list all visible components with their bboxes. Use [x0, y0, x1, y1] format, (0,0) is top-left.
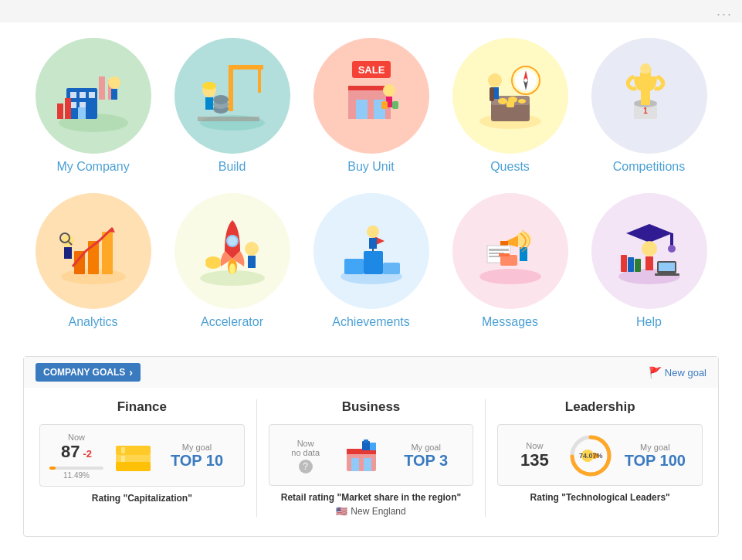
- svg-rect-73: [248, 256, 256, 268]
- business-goal-box: Now no data ?: [269, 424, 474, 486]
- business-icon: [339, 433, 385, 479]
- business-now-label: Now: [297, 439, 314, 448]
- svg-rect-5: [70, 102, 76, 108]
- accelerator-illustration: [174, 193, 290, 309]
- svg-rect-97: [645, 256, 653, 270]
- svg-point-71: [205, 256, 221, 266]
- nav-messages[interactable]: 11 Messages: [441, 185, 580, 341]
- leadership-icon: 74.07%: [568, 433, 614, 479]
- new-goal-label: New goal: [665, 367, 706, 378]
- goals-columns: Finance Now 87 -2 11.49%: [24, 388, 718, 521]
- main-content: My Company: [0, 22, 742, 560]
- svg-rect-107: [121, 447, 125, 453]
- goal-col-finance: Finance Now 87 -2 11.49%: [39, 399, 245, 517]
- quests-label: Quests: [490, 160, 530, 174]
- achievements-illustration: [313, 193, 429, 309]
- svg-rect-13: [65, 98, 71, 119]
- svg-point-67: [229, 263, 235, 274]
- leadership-title: Leadership: [565, 399, 635, 415]
- svg-rect-108: [121, 456, 125, 462]
- business-rating-label: Retail rating "Market share in the regio…: [281, 492, 461, 503]
- messages-badge: 11: [555, 193, 568, 206]
- svg-point-31: [383, 84, 395, 97]
- svg-rect-98: [621, 255, 627, 272]
- icon-grid-row1: My Company: [15, 30, 727, 185]
- business-target-section: My goal TOP 3: [391, 443, 461, 470]
- nav-competitions[interactable]: 1 Competitions: [580, 30, 719, 185]
- svg-rect-48: [490, 87, 494, 101]
- svg-point-10: [108, 76, 120, 89]
- svg-point-23: [202, 82, 216, 90]
- leadership-target-value: TOP 100: [625, 452, 686, 470]
- leadership-circular-progress: 74.07%: [568, 433, 614, 479]
- nav-my-company[interactable]: My Company: [24, 30, 163, 185]
- nav-quests[interactable]: Quests: [441, 30, 580, 185]
- leadership-now-label: Now: [526, 441, 543, 450]
- svg-rect-91: [499, 253, 510, 256]
- goal-col-business: Business Now no data ?: [269, 399, 474, 517]
- finance-title: Finance: [117, 399, 167, 415]
- svg-rect-102: [659, 263, 675, 271]
- svg-point-80: [367, 226, 379, 238]
- leadership-progress-label: 74.07%: [579, 452, 603, 460]
- svg-rect-3: [80, 92, 86, 98]
- region-name: New England: [351, 506, 405, 517]
- svg-rect-87: [489, 249, 509, 251]
- svg-rect-6: [80, 102, 86, 108]
- svg-rect-12: [57, 104, 63, 119]
- my-company-label: My Company: [56, 160, 129, 174]
- svg-point-39: [498, 98, 507, 104]
- help-illustration: [591, 193, 707, 309]
- svg-rect-16: [229, 65, 263, 70]
- menu-dots[interactable]: ···: [717, 6, 733, 22]
- svg-rect-84: [520, 247, 527, 261]
- svg-point-54: [640, 63, 651, 74]
- finance-now-change: -2: [83, 448, 92, 460]
- col-divider-1: [256, 399, 257, 517]
- goal-col-leadership: Leadership Now 135: [497, 399, 703, 517]
- svg-rect-15: [229, 65, 233, 111]
- company-goals-section: COMPANY GOALS › 🚩 New goal Finance Now 8…: [23, 356, 719, 537]
- svg-point-41: [518, 99, 526, 104]
- business-title: Business: [342, 399, 401, 415]
- nav-analytics[interactable]: Analytics: [24, 185, 163, 341]
- quests-illustration: [452, 38, 568, 154]
- nav-build[interactable]: Build: [163, 30, 302, 185]
- svg-rect-103: [655, 273, 679, 276]
- achievements-label: Achievements: [332, 315, 410, 329]
- svg-rect-105: [116, 446, 151, 455]
- business-no-data-text: no data: [291, 448, 320, 457]
- svg-rect-112: [364, 458, 371, 471]
- help-label: Help: [636, 315, 662, 329]
- leadership-now-section: Now 135: [507, 441, 561, 470]
- svg-rect-115: [370, 443, 376, 450]
- analytics-illustration: [36, 193, 151, 309]
- svg-rect-106: [116, 462, 151, 471]
- nav-help[interactable]: Help: [580, 185, 719, 341]
- svg-point-20: [213, 95, 229, 104]
- svg-rect-111: [351, 458, 359, 471]
- svg-text:SALE: SALE: [357, 64, 385, 76]
- svg-rect-114: [364, 440, 368, 443]
- business-no-data: no data ?: [291, 448, 320, 473]
- finance-goal-box: Now 87 -2 11.49%: [39, 424, 245, 487]
- svg-rect-85: [500, 241, 508, 246]
- svg-rect-24: [198, 117, 259, 121]
- col-divider-2: [485, 399, 486, 517]
- svg-point-96: [642, 241, 657, 256]
- goals-title-badge[interactable]: COMPANY GOALS ›: [36, 363, 141, 382]
- finance-target-section: My goal TOP 10: [162, 443, 232, 470]
- nav-accelerator[interactable]: Accelerator: [163, 185, 302, 341]
- svg-point-95: [668, 245, 676, 253]
- svg-rect-76: [364, 251, 383, 274]
- finance-now-label: Now: [68, 433, 85, 442]
- svg-rect-81: [369, 238, 377, 249]
- svg-point-69: [228, 236, 237, 246]
- nav-buy-unit[interactable]: SALE Buy Unit: [302, 30, 441, 185]
- new-goal-button[interactable]: 🚩 New goal: [649, 366, 706, 378]
- svg-point-72: [245, 242, 259, 256]
- finance-target-value: TOP 10: [171, 452, 223, 470]
- svg-rect-100: [635, 259, 641, 272]
- svg-rect-90: [500, 255, 517, 266]
- nav-achievements[interactable]: Achievements: [302, 185, 441, 341]
